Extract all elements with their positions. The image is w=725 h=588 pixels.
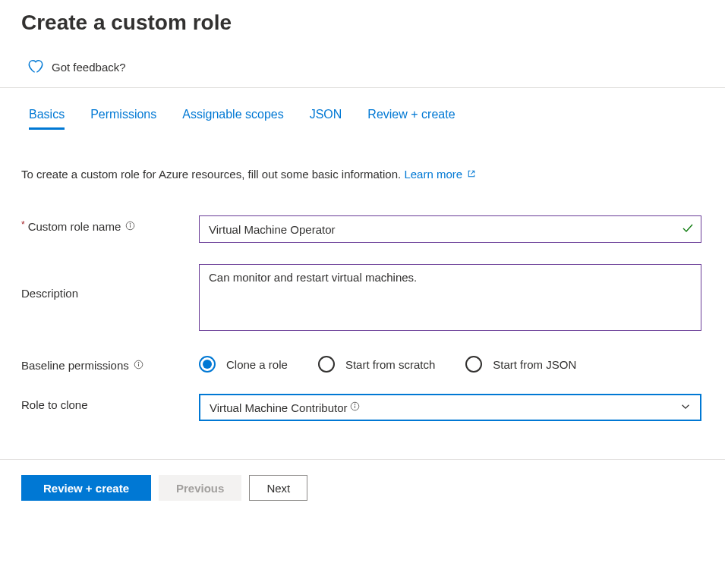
label-text: Role to clone (21, 398, 88, 411)
previous-button: Previous (159, 475, 241, 501)
role-to-clone-select[interactable]: Virtual Machine Contributor (199, 394, 701, 421)
select-value: Virtual Machine Contributor (210, 401, 347, 414)
radio-label: Clone a role (226, 358, 288, 371)
radio-start-from-scratch[interactable]: Start from scratch (318, 356, 452, 373)
external-link-icon (467, 168, 476, 181)
custom-role-name-wrap (199, 215, 701, 243)
tab-assignable-scopes[interactable]: Assignable scopes (182, 108, 283, 130)
label-text: Description (21, 287, 78, 300)
feedback-bar[interactable]: Got feedback? (0, 50, 725, 88)
description-input[interactable] (199, 264, 701, 331)
info-icon[interactable] (125, 221, 135, 233)
svg-point-2 (130, 223, 131, 224)
tabs: Basics Permissions Assignable scopes JSO… (0, 88, 725, 130)
label-description: Description (21, 264, 199, 300)
page-title: Create a custom role (21, 11, 725, 35)
radio-clone-a-role[interactable]: Clone a role (199, 356, 304, 373)
row-custom-role-name: * Custom role name (21, 215, 704, 243)
form-area: * Custom role name Description (21, 215, 704, 421)
info-icon[interactable] (134, 360, 143, 372)
footer-bar: Review + create Previous Next (0, 459, 725, 516)
row-role-to-clone: Role to clone Virtual Machine Contributo… (21, 394, 704, 421)
info-icon (350, 401, 360, 413)
radio-label: Start from JSON (493, 358, 576, 371)
next-button[interactable]: Next (249, 475, 307, 501)
radio-label: Start from scratch (345, 358, 435, 371)
label-baseline-permissions: Baseline permissions (21, 354, 199, 372)
tab-review-create[interactable]: Review + create (367, 108, 455, 130)
review-create-button[interactable]: Review + create (21, 475, 151, 501)
radio-start-from-json[interactable]: Start from JSON (465, 356, 593, 373)
label-text: Baseline permissions (21, 359, 129, 372)
check-icon (682, 222, 694, 237)
feedback-label: Got feedback? (52, 61, 126, 74)
custom-role-name-input[interactable] (199, 215, 701, 243)
chevron-down-icon (680, 401, 691, 414)
radio-icon (318, 356, 335, 373)
tab-basics[interactable]: Basics (29, 108, 65, 130)
radio-icon (199, 356, 216, 373)
required-icon: * (21, 219, 25, 230)
baseline-radio-group: Clone a role Start from scratch Start fr… (199, 354, 701, 373)
tab-json[interactable]: JSON (310, 108, 342, 130)
row-description: Description (21, 264, 704, 333)
row-baseline-permissions: Baseline permissions Clone a role Start … (21, 354, 704, 373)
label-text: Custom role name (28, 220, 121, 233)
label-role-to-clone: Role to clone (21, 394, 199, 411)
intro-body: To create a custom role for Azure resour… (21, 168, 404, 181)
tab-permissions[interactable]: Permissions (90, 108, 156, 130)
svg-point-8 (355, 404, 355, 404)
radio-icon (465, 356, 482, 373)
learn-more-link[interactable]: Learn more (404, 168, 462, 181)
label-custom-role-name: * Custom role name (21, 215, 199, 233)
heart-icon (27, 58, 44, 77)
intro-text: To create a custom role for Azure resour… (21, 168, 704, 181)
svg-point-5 (138, 362, 139, 363)
